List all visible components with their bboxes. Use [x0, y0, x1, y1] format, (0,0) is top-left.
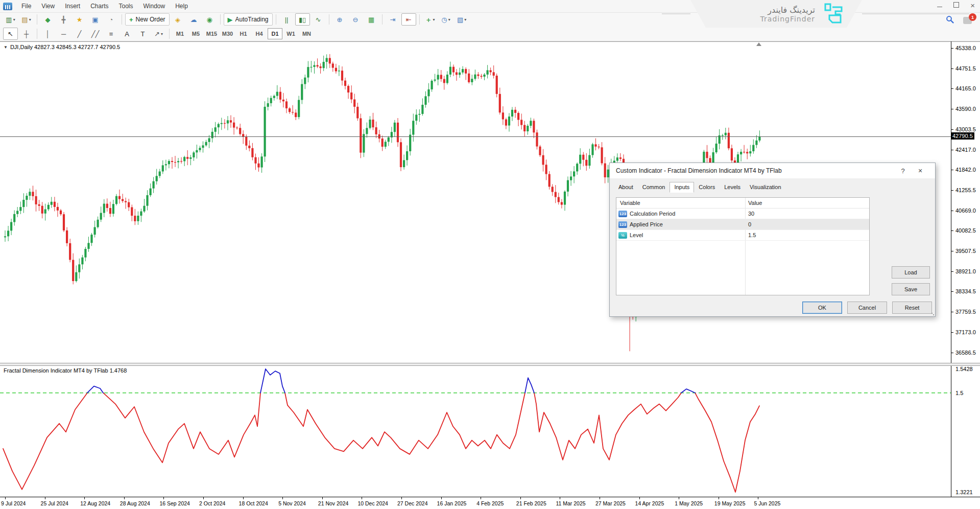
parameter-value[interactable]: 0 [748, 221, 751, 227]
price-axis[interactable]: 42790.5 45338.044751.544165.043590.04300… [951, 41, 980, 497]
text-button[interactable]: A [119, 28, 134, 40]
menu-tools[interactable]: Tools [114, 3, 138, 10]
new-order-icon: + [129, 16, 133, 23]
dropdown-caret-icon: ▾ [161, 32, 163, 36]
fibonacci-button[interactable]: ≡ [104, 28, 118, 40]
dialog-resize-grip[interactable] [931, 312, 934, 315]
candle-body [298, 100, 300, 118]
save-button[interactable]: Save [892, 283, 930, 295]
news-button[interactable]: ◉ [202, 13, 217, 26]
date-axis-tick [401, 497, 402, 499]
timeframe-d1[interactable]: D1 [268, 28, 282, 39]
timeframe-m15[interactable]: M15 [204, 28, 219, 39]
chart-shift-marker-icon[interactable] [756, 42, 761, 46]
dialog-close-button[interactable]: × [912, 167, 929, 175]
parameter-row[interactable]: ½Level1.5 [616, 230, 869, 241]
strategy-tester-button[interactable]: ◔ [104, 13, 118, 26]
autotrading-button[interactable]: ▶AutoTrading [224, 13, 273, 26]
tab-visualization[interactable]: Visualization [745, 182, 786, 193]
profiles-button[interactable]: ▤▾ [19, 13, 34, 26]
zoom-in-button[interactable]: ⊕ [332, 13, 347, 26]
parameter-value[interactable]: 1.5 [748, 232, 756, 238]
tile-windows-icon: ▦ [368, 16, 374, 23]
tab-common[interactable]: Common [638, 182, 670, 193]
menu-file[interactable]: File [16, 3, 36, 10]
market-watch-button[interactable]: ◆ [40, 13, 55, 26]
candle-body [35, 196, 37, 204]
candle-body [446, 75, 448, 83]
channel-button[interactable]: ╱╱ [88, 28, 103, 40]
timeframe-m30[interactable]: M30 [220, 28, 235, 39]
label-button[interactable]: T [135, 28, 150, 40]
parameter-row[interactable]: 123Calculation Period30 [616, 209, 869, 219]
timeframe-mn[interactable]: MN [299, 28, 314, 39]
timeframe-m5[interactable]: M5 [188, 28, 203, 39]
tab-colors[interactable]: Colors [694, 182, 720, 193]
timeframe-m1[interactable]: M1 [173, 28, 187, 39]
periods-button[interactable]: ◷▾ [439, 13, 453, 26]
candle-body [41, 206, 43, 214]
minimize-button[interactable] [937, 2, 942, 9]
tab-levels[interactable]: Levels [720, 182, 745, 193]
load-button[interactable]: Load [892, 266, 930, 279]
new-chart-button[interactable]: ▥▾ [3, 13, 18, 26]
dialog-titlebar[interactable]: Custom Indicator - Fractal Dimension Ind… [610, 163, 935, 178]
crosshair-button[interactable]: ┼ [19, 28, 34, 40]
notifications-button[interactable]: 1 [963, 17, 972, 24]
candle-body [118, 196, 121, 199]
timeframe-h1[interactable]: H1 [236, 28, 251, 39]
indicator-line-above-level [87, 369, 695, 393]
restore-button[interactable] [953, 2, 959, 9]
menu-insert[interactable]: Insert [60, 3, 85, 10]
candle-body [356, 107, 358, 119]
zoom-out-button[interactable]: ⊖ [348, 13, 363, 26]
dropdown-caret-icon: ▾ [464, 17, 466, 22]
candle-body [47, 205, 50, 210]
candle-body [162, 165, 164, 171]
search-button[interactable] [946, 15, 954, 26]
candle-body [44, 210, 46, 214]
bar-chart-button[interactable]: || [279, 13, 294, 26]
vertical-line-button[interactable]: │ [40, 28, 55, 40]
candle-body [468, 74, 470, 82]
date-axis-tick [520, 497, 521, 499]
timeframe-h4[interactable]: H4 [252, 28, 267, 39]
cancel-button[interactable]: Cancel [847, 302, 887, 314]
new-order-button[interactable]: +New Order [125, 13, 170, 26]
parameter-value[interactable]: 30 [748, 211, 754, 217]
metaeditor-button[interactable]: ◈ [171, 13, 185, 26]
reset-button[interactable]: Reset [892, 302, 932, 314]
cursor-button[interactable]: ↖ [3, 28, 18, 40]
pane-splitter[interactable] [0, 363, 980, 366]
trendline-button[interactable]: ╱ [72, 28, 87, 40]
indicators-button[interactable]: ＋▾ [423, 13, 438, 26]
horizontal-line-button[interactable]: ─ [56, 28, 71, 40]
tab-about[interactable]: About [614, 182, 638, 193]
toolbar-separator [419, 14, 420, 25]
terminal-button[interactable]: ▣ [88, 13, 103, 26]
chart-shift-button[interactable]: ⇤ [401, 13, 416, 26]
menu-charts[interactable]: Charts [85, 3, 113, 10]
auto-scroll-button[interactable]: ⇥ [386, 13, 400, 26]
data-window-button[interactable]: ╋ [56, 13, 71, 26]
tile-windows-button[interactable]: ▦ [364, 13, 379, 26]
line-chart-button[interactable]: ∿ [311, 13, 326, 26]
menu-window[interactable]: Window [138, 3, 171, 10]
menu-help[interactable]: Help [170, 3, 193, 10]
candle-body [106, 204, 108, 208]
templates-button[interactable]: ▧▾ [455, 13, 469, 26]
arrows-button[interactable]: ↗▾ [151, 28, 166, 40]
candlestick-chart-button[interactable]: ▮▯ [295, 13, 310, 26]
price-axis-label: 44165.0 [955, 85, 976, 91]
community-button[interactable]: ☁ [186, 13, 201, 26]
tab-inputs[interactable]: Inputs [670, 182, 694, 193]
timeframe-w1[interactable]: W1 [283, 28, 298, 39]
ok-button[interactable]: OK [802, 302, 842, 314]
parameter-row[interactable]: 123Applied Price0 [616, 219, 869, 230]
date-axis[interactable]: 9 Jul 202425 Jul 202412 Aug 202428 Aug 2… [0, 497, 980, 509]
close-button[interactable]: × [970, 2, 975, 9]
dialog-help-button[interactable]: ? [894, 167, 912, 175]
menu-view[interactable]: View [36, 3, 60, 10]
symbol-dropdown-icon[interactable]: ▼ [4, 45, 8, 50]
navigator-button[interactable]: ★ [72, 13, 87, 26]
